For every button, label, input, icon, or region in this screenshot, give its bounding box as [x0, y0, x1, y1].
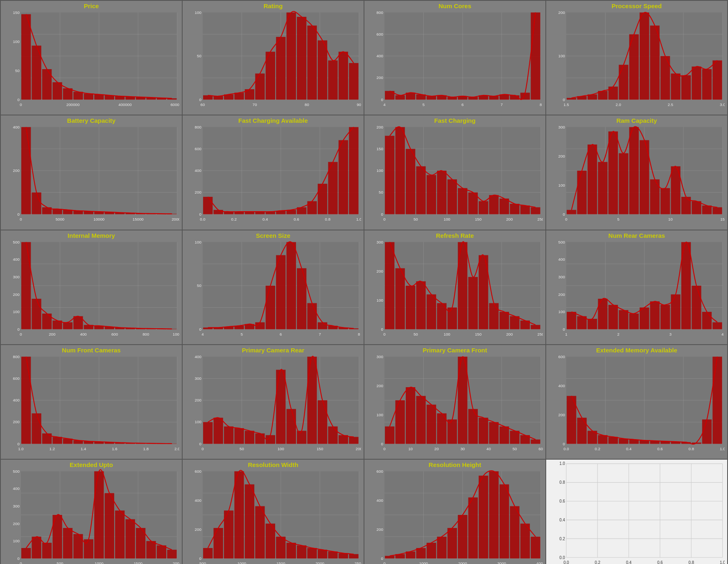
svg-rect-9	[21, 14, 31, 100]
svg-text:200: 200	[377, 527, 384, 532]
svg-text:0: 0	[565, 217, 567, 221]
svg-text:200: 200	[506, 332, 513, 336]
svg-text:2500: 2500	[355, 561, 361, 564]
svg-rect-443	[214, 417, 223, 444]
svg-rect-379	[629, 314, 639, 329]
svg-rect-45	[245, 89, 254, 100]
svg-text:20000: 20000	[172, 217, 179, 221]
svg-text:600: 600	[377, 469, 384, 474]
svg-text:0.6: 0.6	[657, 560, 663, 564]
svg-rect-452	[307, 356, 317, 444]
svg-rect-205	[396, 127, 405, 214]
svg-rect-546	[32, 537, 41, 558]
svg-text:0.6: 0.6	[294, 217, 299, 221]
svg-text:0: 0	[383, 217, 386, 221]
svg-rect-514	[598, 435, 607, 444]
svg-rect-621	[468, 497, 478, 558]
chart-cell-num_front_cameras: Num Front Cameras1.01.21.41.61.82.002004…	[1, 345, 182, 459]
svg-rect-252	[702, 205, 712, 214]
svg-text:2: 2	[617, 332, 619, 336]
chart-area-price: 0200000400000600000050100150	[3, 10, 179, 113]
svg-rect-272	[32, 298, 41, 329]
svg-rect-179	[307, 201, 317, 214]
svg-rect-82	[489, 96, 498, 100]
svg-rect-408	[32, 413, 41, 444]
svg-text:0: 0	[17, 212, 20, 217]
svg-rect-214	[489, 195, 498, 214]
svg-rect-245	[629, 127, 639, 214]
chart-title-fast_charging_available: Fast Charging Available	[185, 117, 361, 124]
svg-text:50: 50	[414, 217, 418, 221]
svg-rect-454	[328, 426, 337, 444]
svg-text:150: 150	[475, 217, 482, 221]
svg-rect-551	[84, 539, 93, 559]
chart-title-internal_memory: Internal Memory	[3, 232, 179, 239]
svg-text:1.4: 1.4	[81, 446, 86, 451]
svg-rect-383	[671, 294, 680, 329]
svg-text:0: 0	[563, 212, 565, 217]
chart-area-extended_memory_available: 0.00.20.40.60.81.00200400600	[549, 354, 725, 457]
svg-text:200: 200	[195, 527, 202, 532]
svg-rect-317	[307, 303, 317, 329]
svg-text:0: 0	[17, 556, 20, 561]
svg-rect-118	[692, 67, 701, 100]
svg-rect-545	[21, 548, 31, 559]
svg-text:0.2: 0.2	[231, 217, 237, 221]
svg-text:50: 50	[197, 54, 201, 58]
svg-rect-585	[255, 506, 265, 559]
svg-text:400: 400	[558, 383, 565, 388]
svg-rect-54	[339, 52, 348, 99]
svg-text:200: 200	[377, 75, 384, 80]
svg-text:0.0: 0.0	[559, 555, 565, 559]
svg-rect-353	[531, 325, 540, 329]
svg-text:100: 100	[195, 420, 202, 424]
svg-rect-253	[712, 208, 722, 214]
svg-text:1500: 1500	[133, 561, 142, 564]
svg-rect-557	[146, 541, 156, 559]
svg-text:100: 100	[444, 217, 451, 221]
svg-rect-447	[255, 433, 265, 444]
svg-text:0: 0	[199, 327, 201, 331]
svg-rect-53	[328, 61, 337, 100]
svg-text:800: 800	[142, 332, 149, 336]
chart-area-battery_capacity: 050001000015000200000200400	[3, 125, 179, 228]
svg-text:200: 200	[195, 190, 202, 195]
svg-text:1.2: 1.2	[50, 446, 55, 451]
chart-area-num_front_cameras: 1.01.21.41.61.82.00200400600800	[3, 354, 179, 457]
svg-text:0.2: 0.2	[595, 560, 601, 564]
chart-area-primary_camera_rear: 0501001502000100200300400	[185, 354, 361, 457]
chart-cell-primary_camera_front: Primary Camera Front01020304050600100200…	[364, 345, 545, 459]
svg-rect-446	[245, 431, 254, 444]
svg-text:2000: 2000	[173, 561, 179, 564]
svg-text:300: 300	[558, 125, 565, 129]
svg-text:2.0: 2.0	[615, 102, 621, 107]
svg-rect-620	[458, 515, 467, 559]
chart-title-refresh_rate: Refresh Rate	[367, 232, 543, 239]
svg-text:40: 40	[486, 446, 491, 451]
chart-cell-fast_charging_available: Fast Charging Available0.00.20.40.60.81.…	[183, 115, 364, 229]
svg-text:100: 100	[278, 446, 285, 451]
svg-text:1.0: 1.0	[18, 446, 24, 451]
svg-rect-378	[619, 310, 628, 329]
svg-text:0.8: 0.8	[559, 480, 565, 485]
svg-rect-480	[427, 404, 436, 444]
svg-text:250: 250	[538, 217, 543, 221]
svg-text:0: 0	[381, 441, 383, 446]
svg-text:0: 0	[381, 327, 383, 331]
svg-rect-453	[318, 400, 327, 444]
svg-rect-589	[297, 546, 306, 559]
svg-rect-48	[276, 37, 285, 99]
svg-text:1.0: 1.0	[559, 461, 565, 466]
svg-rect-547	[42, 543, 52, 558]
svg-text:15: 15	[720, 217, 725, 221]
svg-rect-46	[255, 74, 265, 100]
svg-rect-622	[479, 476, 488, 558]
chart-title-extended_memory_available: Extended Memory Available	[549, 347, 725, 354]
svg-text:500: 500	[13, 469, 20, 474]
svg-text:200: 200	[558, 154, 565, 158]
svg-rect-42	[214, 96, 223, 100]
svg-rect-239	[567, 210, 576, 214]
svg-rect-340	[396, 268, 405, 329]
svg-text:0: 0	[199, 556, 201, 561]
svg-text:0: 0	[17, 327, 20, 331]
